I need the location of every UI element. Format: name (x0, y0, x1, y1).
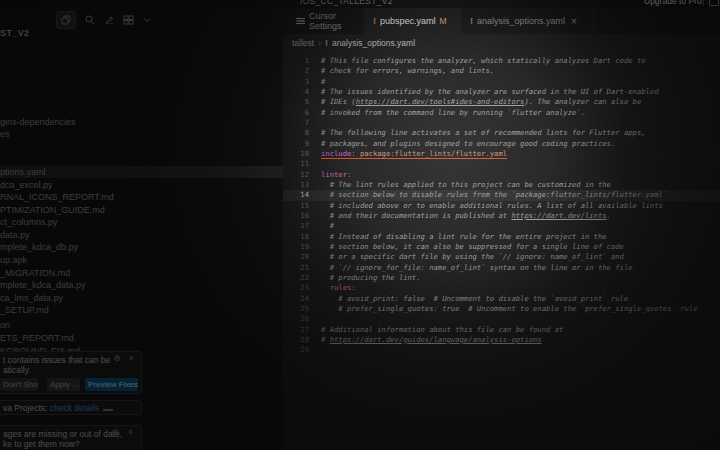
token: # IDEs ( (321, 97, 356, 106)
code-line[interactable]: 27# Additional information about this fi… (283, 325, 720, 335)
layout-panel-icon[interactable] (709, 0, 719, 6)
explorer-file-item[interactable]: dca_excel.py (0, 179, 53, 191)
token: # section below to disable rules from th… (330, 190, 668, 199)
code-line[interactable]: 9# packages, and plugins designed to enc… (283, 139, 720, 149)
code-line[interactable]: 17 # (283, 221, 720, 231)
search-icon[interactable] (85, 15, 95, 25)
copy-button[interactable] (56, 11, 76, 29)
token: https://dart.dev/guides/language/analysi… (330, 335, 542, 344)
code-line[interactable]: 3# (283, 77, 720, 87)
code-line[interactable]: 24 # avoid_print: false # Uncomment to d… (283, 294, 720, 304)
code-line[interactable]: 25 # prefer_single_quotes: true # Uncomm… (283, 304, 720, 314)
explorer-file-item[interactable]: data.py (0, 229, 30, 241)
tab-cursor-settings[interactable]: Cursor Settings (288, 8, 364, 34)
breadcrumb-folder[interactable]: tallest (292, 38, 314, 48)
explorer-file-item[interactable]: es (0, 128, 10, 140)
code-line[interactable]: 4# The issues identified by the analyzer… (283, 87, 720, 97)
code-line[interactable]: 10include: package:flutter_lints/flutter… (283, 149, 720, 159)
explorer-file-item[interactable]: on (0, 319, 10, 331)
code-line[interactable]: 19 # section below, it can also be suppr… (283, 242, 720, 252)
code-line[interactable]: 11 (283, 159, 720, 169)
token: . (607, 211, 611, 220)
token: # check for errors, warnings, and lints. (321, 66, 494, 75)
tab-pubspec-yaml[interactable]: ! pubspec.yaml M (365, 8, 461, 34)
close-icon[interactable]: × (128, 427, 133, 437)
token: # prefer_single_quotes: true # Uncomment… (338, 304, 697, 313)
line-text: # producing the lint. (321, 273, 421, 283)
line-text: # included above or to enable additional… (321, 201, 663, 211)
explorer-file-item[interactable]: up.apk (0, 254, 27, 266)
code-line[interactable]: 22 # producing the lint. (283, 273, 720, 283)
token: # Additional information about this file… (321, 325, 563, 334)
preview-fixes-button[interactable]: Preview Fixes (85, 378, 138, 391)
breadcrumb-file[interactable]: analysis_options.yaml (332, 38, 415, 48)
explorer-file-item[interactable]: ptions.yaml (0, 166, 283, 178)
line-number: 26 (283, 314, 321, 324)
token (321, 252, 330, 261)
token: linter: (321, 170, 351, 179)
breadcrumb: tallest › ! analysis_options.yaml (292, 38, 415, 48)
line-text: # https://dart.dev/guides/language/analy… (321, 335, 542, 345)
code-line[interactable]: 12linter: (283, 170, 720, 180)
copy-icon (61, 15, 71, 25)
apply-button[interactable]: Apply ... (47, 378, 80, 391)
code-line[interactable]: 15 # included above or to enable additio… (283, 201, 720, 211)
line-number: 17 (283, 221, 321, 231)
token (321, 304, 338, 313)
edit-pen-icon[interactable] (104, 15, 114, 25)
token (321, 232, 330, 241)
explorer-file-item[interactable]: ct_columns.py (0, 216, 58, 228)
code-line[interactable]: 18 # Instead of disabling a lint rule fo… (283, 232, 720, 242)
close-icon[interactable]: × (129, 353, 134, 363)
code-line[interactable]: 28# https://dart.dev/guides/language/ana… (283, 335, 720, 345)
tab-analysis-options-yaml[interactable]: ! analysis_options.yaml × (462, 8, 594, 34)
token (321, 242, 330, 251)
code-line[interactable]: 7 (283, 118, 720, 128)
code-line[interactable]: 1# This file configures the analyzer, wh… (283, 56, 720, 66)
line-number: 1 (283, 56, 321, 66)
line-text: # section below to disable rules from th… (321, 190, 667, 200)
explorer-file-item[interactable]: _MIGRATION.md (0, 267, 70, 279)
code-line[interactable]: 20 # or a specific dart file by using th… (283, 252, 720, 262)
gear-icon[interactable]: ⚙ (112, 428, 119, 437)
token (321, 221, 330, 230)
code-line[interactable]: 23 rules: (283, 283, 720, 293)
explorer-file-item[interactable]: mplete_kdca_data.py (0, 279, 86, 291)
explorer-file-item[interactable]: gins-dependencies (0, 116, 76, 128)
code-line[interactable]: 14 # section below to disable rules from… (283, 190, 720, 200)
explorer-file-item[interactable]: ETS_REPORT.md (0, 332, 74, 344)
line-number: 14 (283, 190, 321, 200)
line-number: 20 (283, 252, 321, 262)
tab-label: Cursor Settings (309, 11, 355, 31)
line-text: # section below, it can also be suppress… (321, 242, 624, 252)
gear-icon[interactable]: ⚙ (114, 354, 121, 363)
code-line[interactable]: 2# check for errors, warnings, and lints… (283, 66, 720, 76)
token (321, 294, 338, 303)
upgrade-to-pro-button[interactable]: Upgrade to Pro (644, 0, 702, 6)
token: # section below, it can also be suppress… (330, 242, 624, 251)
line-text: # or a specific dart file by using the `… (321, 252, 624, 262)
code-line[interactable]: 6# invoked from the command line by runn… (283, 108, 720, 118)
code-line[interactable]: 21 # `// ignore_for_file: name_of_lint` … (283, 263, 720, 273)
code-line[interactable]: 8# The following line activates a set of… (283, 128, 720, 138)
explorer-file-item[interactable]: RNAL_ICONS_REPORT.md (0, 191, 114, 203)
explorer-file-item[interactable]: _SETUP.md (0, 304, 49, 316)
dont-show-button[interactable]: Don't Sho... (0, 378, 38, 391)
explorer-file-item[interactable]: PTIMIZATION_GUIDE.md (0, 204, 105, 216)
chevron-down-icon[interactable] (143, 17, 151, 23)
code-line[interactable]: 16 # and their documentation is publishe… (283, 211, 720, 221)
explorer-file-item[interactable]: mplete_kdca_db.py (0, 241, 78, 253)
code-line[interactable]: 26 (283, 314, 720, 324)
code-line[interactable]: 13 # The lint rules applied to this proj… (283, 180, 720, 190)
toast-text: va Projects: (3, 403, 50, 413)
token: # included above or to enable additional… (330, 201, 663, 210)
line-text: linter: (321, 170, 351, 180)
code-line[interactable]: 5# IDEs (https://dart.dev/tools#ides-and… (283, 97, 720, 107)
line-number: 11 (283, 159, 321, 169)
layout-grid-icon[interactable] (123, 15, 134, 25)
close-icon[interactable]: × (571, 16, 577, 27)
token: # Instead of disabling a lint rule for t… (330, 232, 607, 241)
explorer-file-item[interactable]: ca_lms_data.py (0, 292, 63, 304)
code-line[interactable]: 29 (283, 345, 720, 355)
check-details-link[interactable]: check details (50, 403, 99, 413)
